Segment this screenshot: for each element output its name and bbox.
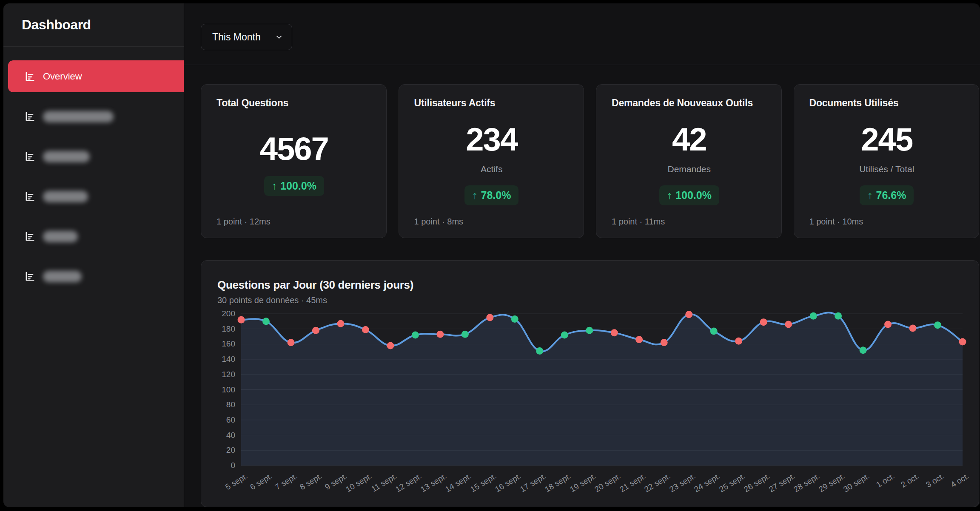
stat-card-body: 234 Actifs ↑ 78.0%	[414, 109, 570, 217]
trend-value: 100.0%	[675, 189, 712, 202]
sidebar-item-redacted[interactable]	[3, 136, 184, 176]
redacted-label	[43, 191, 88, 202]
x-axis-label: 22 sept.	[643, 471, 672, 494]
up-arrow-icon: ↑	[667, 189, 672, 202]
chevron-down-icon	[275, 33, 283, 41]
x-axis-label: 24 sept.	[692, 471, 722, 494]
y-axis-label: 100	[213, 385, 235, 395]
stat-card-meta: 1 point · 10ms	[809, 217, 965, 227]
dashboard-content: Total Questions 4567 ↑ 100.0% 1 point · …	[184, 65, 980, 507]
app-window: Dashboard Overview	[3, 3, 980, 507]
y-axis-label: 40	[213, 431, 235, 440]
stat-card-value: 245	[861, 123, 912, 156]
x-axis-label: 26 sept.	[742, 471, 772, 494]
chart-point	[561, 331, 568, 338]
chart-point	[710, 328, 718, 335]
sidebar-item-overview[interactable]: Overview	[8, 60, 184, 92]
chart-point	[337, 320, 344, 327]
stat-cards-row: Total Questions 4567 ↑ 100.0% 1 point · …	[201, 84, 979, 238]
chart-point	[238, 316, 245, 324]
sidebar-item-label: Overview	[43, 71, 82, 82]
x-axis-label: 20 sept.	[593, 471, 622, 494]
stat-card-body: 42 Demandes ↑ 100.0%	[612, 109, 767, 217]
chart-point	[835, 312, 842, 320]
x-axis-label: 7 sept.	[273, 471, 299, 492]
chart-point	[511, 315, 518, 323]
main-content: This Month Total Questions 4567 ↑ 100.0%…	[184, 3, 980, 507]
bar-chart-icon	[24, 71, 35, 82]
sidebar-header: Dashboard	[3, 3, 184, 47]
stat-card-meta: 1 point · 8ms	[414, 217, 570, 227]
chart-point	[436, 331, 444, 338]
line-chart: 5 sept.6 sept.7 sept.8 sept.9 sept.10 se…	[241, 314, 963, 466]
x-axis-label: 1 oct.	[875, 471, 896, 490]
sidebar-item-redacted[interactable]	[3, 176, 184, 216]
chart-point	[312, 327, 319, 334]
stat-card-value: 4567	[260, 133, 328, 165]
stat-card: Documents Utilisés 245 Utilisés / Total …	[794, 84, 980, 238]
sidebar-item-redacted[interactable]	[3, 216, 184, 256]
y-axis-label: 20	[213, 446, 235, 455]
chart-point	[685, 311, 692, 318]
stat-card-subtitle: Actifs	[481, 164, 502, 174]
trend-value: 100.0%	[280, 180, 316, 192]
chart-subtitle: 30 points de données · 45ms	[217, 295, 979, 306]
sidebar-item-redacted[interactable]	[3, 97, 184, 136]
period-select-value: This Month	[212, 31, 261, 43]
chart-point	[760, 318, 767, 326]
y-axis-label: 160	[213, 339, 235, 349]
trend-badge: ↑ 100.0%	[264, 176, 324, 196]
up-arrow-icon: ↑	[472, 189, 478, 202]
y-axis-label: 80	[213, 400, 235, 409]
app-title: Dashboard	[22, 17, 184, 33]
x-axis-label: 2 oct.	[899, 471, 921, 490]
bar-chart-icon	[24, 231, 35, 242]
stat-card-title: Utilisateurs Actifs	[414, 97, 570, 109]
chart-point	[785, 321, 792, 328]
x-axis-label: 16 sept.	[493, 471, 523, 494]
stat-card-title: Documents Utilisés	[809, 97, 965, 109]
y-axis-label: 200	[213, 309, 235, 318]
x-axis-label: 8 sept.	[299, 471, 324, 492]
bar-chart-icon	[24, 111, 35, 122]
x-axis-label: 11 sept.	[370, 471, 399, 494]
stat-card-body: 4567 ↑ 100.0%	[217, 109, 372, 217]
chart-point	[412, 331, 419, 338]
bar-chart-icon	[24, 191, 35, 202]
chart-point	[810, 312, 817, 320]
chart-point	[462, 331, 469, 338]
trend-badge: ↑ 78.0%	[464, 185, 518, 205]
x-axis-label: 3 oct.	[924, 471, 946, 490]
chart-point	[387, 342, 394, 349]
sidebar-item-redacted[interactable]	[3, 256, 184, 296]
chart-point	[635, 336, 643, 343]
x-axis-label: 18 sept.	[543, 471, 573, 494]
stat-card-value: 234	[466, 123, 517, 156]
stat-card-value: 42	[672, 123, 707, 156]
x-axis-label: 21 sept.	[618, 471, 647, 494]
chart-point	[262, 318, 270, 325]
x-axis-label: 4 oct.	[949, 471, 971, 490]
bar-chart-icon	[24, 151, 35, 162]
y-axis-label: 140	[213, 355, 235, 364]
stat-card: Utilisateurs Actifs 234 Actifs ↑ 78.0% 1…	[399, 84, 584, 238]
chart-title: Questions par Jour (30 derniers jours)	[217, 278, 979, 292]
x-axis-label: 13 sept.	[419, 471, 448, 494]
chart-point	[735, 338, 742, 345]
x-axis-label: 25 sept.	[718, 471, 747, 494]
redacted-label	[43, 231, 78, 242]
chart-point	[536, 347, 543, 355]
chart-area	[241, 312, 963, 466]
stat-card-meta: 1 point · 11ms	[612, 217, 767, 227]
chart-point	[362, 326, 369, 333]
x-axis-label: 30 sept.	[842, 471, 871, 494]
chart-point	[611, 329, 618, 336]
stat-card: Total Questions 4567 ↑ 100.0% 1 point · …	[201, 84, 387, 238]
period-select[interactable]: This Month	[201, 24, 292, 50]
y-axis-label: 180	[213, 324, 235, 334]
y-axis-label: 0	[213, 461, 235, 470]
stat-card-meta: 1 point · 12ms	[217, 217, 372, 227]
x-axis-label: 17 sept.	[518, 471, 548, 494]
line-chart-canvas	[241, 314, 963, 466]
stat-card-title: Demandes de Nouveaux Outils	[612, 97, 767, 109]
